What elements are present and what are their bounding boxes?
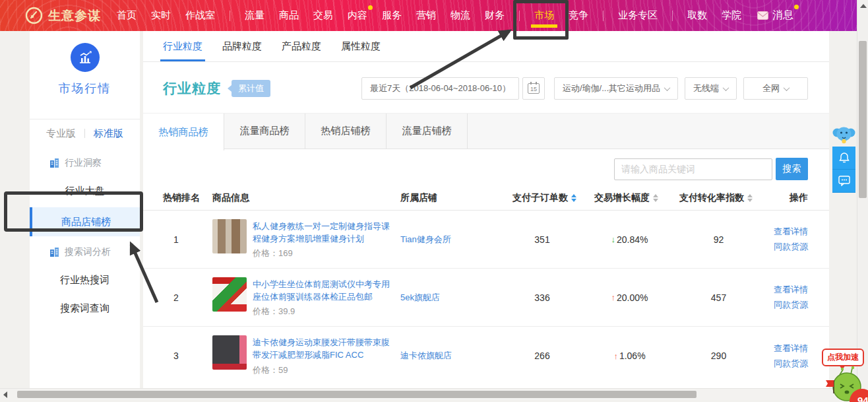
network-value: 全网 (762, 83, 780, 94)
nav-item-home[interactable]: 首页 (117, 9, 137, 22)
sidebar-item-search-word-query[interactable]: 搜索词查询 (30, 302, 140, 315)
search-bar: 搜索 (143, 158, 829, 180)
scroll-left-arrow-icon[interactable] (3, 391, 7, 398)
product-title-link[interactable]: 私人健身教练一对一定制健身指导课程健身方案增肌增重健身计划 (253, 220, 396, 246)
sidebar-section-search-analysis[interactable]: 搜索词分析 (30, 246, 140, 258)
tab-traffic-product-rank[interactable]: 流量商品榜 (224, 114, 305, 149)
nav-active-underline (531, 24, 557, 28)
date-range-value: 最近7天（2018-06-04~2018-06-10） (370, 83, 511, 94)
accelerator-mascot[interactable]: 点我加速 94 (818, 346, 868, 402)
calendar-button[interactable]: 15 (522, 77, 545, 100)
scroll-up-arrow-icon[interactable] (860, 4, 867, 8)
chat-bubble-icon (838, 176, 850, 186)
nav-item-finance[interactable]: 财务 (485, 9, 505, 22)
sidebar-item-industry-overview[interactable]: 行业大盘 (30, 185, 140, 197)
nav-item-content[interactable]: 内容 (348, 9, 367, 22)
accelerate-bubble[interactable]: 点我加速 (822, 349, 864, 366)
view-details-link[interactable]: 查看详情 (774, 343, 808, 354)
nav-item-logistics[interactable]: 物流 (450, 9, 470, 22)
product-price: 价格：59 (253, 364, 396, 376)
category-select[interactable]: 运动/瑜伽/...其它运动用品 (554, 77, 678, 100)
conversion-value: 92 (674, 234, 763, 245)
nav-item-marketing[interactable]: 营销 (416, 9, 436, 22)
nav-item-competition[interactable]: 竞争 (569, 9, 588, 22)
market-chart-icon (71, 43, 100, 72)
tab-product-granularity[interactable]: 产品粒度 (282, 31, 321, 61)
nav-item-market[interactable]: 市场 (534, 9, 554, 22)
horizontal-scrollbar-thumb[interactable] (17, 391, 697, 398)
nav-item-data-fetch[interactable]: 取数 (687, 9, 707, 22)
nav-item-academy[interactable]: 学院 (722, 9, 741, 22)
envelope-icon (757, 11, 768, 20)
tab-brand-granularity[interactable]: 品牌粒度 (222, 31, 262, 61)
sort-icon[interactable] (653, 194, 658, 202)
same-supply-link[interactable]: 同款货源 (774, 358, 808, 370)
nav-item-content-label: 内容 (348, 9, 367, 20)
notification-bell-button[interactable] (832, 147, 855, 170)
product-image[interactable] (212, 219, 247, 253)
view-details-link[interactable]: 查看详情 (774, 284, 808, 296)
tab-industry-granularity[interactable]: 行业粒度 (163, 31, 202, 61)
header-orders[interactable]: 支付子订单数 (499, 192, 585, 204)
product-image[interactable] (212, 335, 247, 370)
terminal-select[interactable]: 无线端 (685, 77, 737, 100)
nav-item-business-zone[interactable]: 业务专区 (618, 9, 658, 22)
version-switch: 专业版 标准版 (30, 119, 140, 147)
header-product: 商品信息 (212, 192, 400, 204)
product-title-link[interactable]: 迪卡侬健身运动束腰发汗带腰带束腹带发汗减肥塑形减脂FIC ACC (253, 337, 396, 362)
building-icon (49, 158, 59, 168)
date-range-select[interactable]: 最近7天（2018-06-04~2018-06-10） (361, 77, 519, 100)
sidebar-item-product-shop-rank[interactable]: 商品店铺榜 (30, 207, 140, 236)
tab-hot-product-rank[interactable]: 热销商品榜 (143, 114, 224, 151)
view-details-link[interactable]: 查看详情 (774, 226, 808, 238)
sidebar-item-hot-search-words[interactable]: 行业热搜词 (30, 274, 140, 286)
nav-divider (672, 11, 673, 21)
network-select[interactable]: 全网 (743, 77, 808, 100)
nav-item-messages[interactable]: 消息 (757, 9, 793, 22)
tab-traffic-shop-rank[interactable]: 流量店铺榜 (387, 114, 468, 149)
nav-item-warroom[interactable]: 作战室 (185, 9, 215, 22)
search-button[interactable]: 搜索 (776, 158, 808, 180)
product-price: 价格：39.9 (253, 306, 396, 318)
sort-icon[interactable] (747, 194, 753, 202)
sidebar-section-industry-insight[interactable]: 行业洞察 (30, 157, 140, 169)
search-input[interactable] (614, 158, 772, 180)
sort-icon[interactable] (571, 194, 576, 202)
chevron-down-icon (664, 84, 671, 91)
brand[interactable]: 生意参谋 (25, 7, 101, 24)
header-action: 操作 (763, 192, 808, 204)
vertical-scrollbar-thumb[interactable] (859, 41, 867, 198)
growth-value: ↓ 20.84% (585, 234, 674, 245)
cumulative-badge: 累计值 (232, 80, 270, 97)
same-supply-link[interactable]: 同款货源 (774, 299, 808, 311)
vertical-scrollbar[interactable] (857, 0, 868, 402)
shop-link[interactable]: 迪卡侬旗舰店 (400, 351, 452, 360)
sidebar: 市场行情 专业版 标准版 行业洞察 行业大盘 商品店铺榜 搜索词分析 行业热搜词… (30, 31, 140, 388)
nav-item-goods[interactable]: 商品 (279, 9, 299, 22)
version-standard[interactable]: 标准版 (94, 127, 123, 140)
version-pro[interactable]: 专业版 (46, 127, 76, 140)
header-conversion[interactable]: 支付转化率指数 (674, 192, 763, 204)
shop-link[interactable]: 5ek旗舰店 (400, 292, 440, 302)
sidebar-title: 市场行情 (30, 81, 140, 96)
tab-hot-shop-rank[interactable]: 热销店铺榜 (305, 114, 387, 149)
conversion-value: 457 (674, 292, 763, 303)
nav-list: 首页 实时 作战室 流量 商品 交易 内容 服务 营销 物流 财务 市场 竞争 … (117, 9, 741, 22)
nav-item-service[interactable]: 服务 (382, 9, 402, 22)
nav-item-trade[interactable]: 交易 (313, 9, 333, 22)
nav-item-traffic[interactable]: 流量 (245, 9, 264, 22)
header-growth[interactable]: 交易增长幅度 (585, 192, 674, 204)
horizontal-scrollbar[interactable] (0, 388, 857, 400)
page-title: 行业粒度 (163, 79, 221, 98)
growth-value: ↑ 20.00% (585, 292, 674, 303)
rank-tabs: 热销商品榜 流量商品榜 热销店铺榜 流量店铺榜 (143, 113, 829, 149)
nav-item-realtime[interactable]: 实时 (151, 9, 171, 22)
feedback-chat-button[interactable] (832, 170, 855, 193)
down-arrow-icon: ↓ (611, 234, 616, 244)
orders-value: 351 (499, 234, 585, 245)
same-supply-link[interactable]: 同款货源 (774, 241, 808, 253)
tab-attribute-granularity[interactable]: 属性粒度 (341, 31, 381, 61)
shop-link[interactable]: Tian健身会所 (400, 234, 451, 244)
product-title-link[interactable]: 中小学生坐位体前屈测试仪中考专用座位体前驱训练器体检正品包邮 (253, 279, 396, 304)
product-image[interactable] (212, 277, 247, 312)
